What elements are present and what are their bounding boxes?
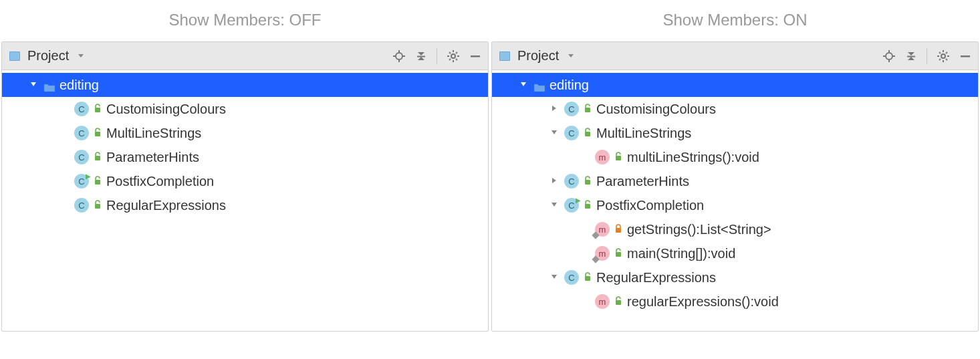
chevron-right-icon[interactable] bbox=[548, 104, 560, 114]
tree-node-label: CustomisingColours bbox=[596, 102, 716, 117]
hide-icon[interactable] bbox=[469, 50, 481, 62]
method-icon: m bbox=[595, 150, 610, 164]
tree-node-label: RegularExpressions bbox=[106, 198, 226, 213]
settings-icon[interactable] bbox=[447, 49, 460, 63]
class-icon: C bbox=[74, 198, 89, 213]
svg-line-45 bbox=[939, 59, 941, 60]
svg-point-30 bbox=[886, 53, 892, 59]
svg-rect-58 bbox=[616, 228, 621, 233]
svg-marker-10 bbox=[418, 57, 424, 60]
project-tree[interactable]: editingCCustomisingColoursCMultiLineStri… bbox=[2, 70, 488, 331]
class-icon: C▶ bbox=[74, 174, 89, 189]
class-icon: C bbox=[74, 150, 89, 164]
tool-window-header: Project bbox=[492, 42, 978, 70]
lock-public-icon bbox=[583, 198, 592, 213]
tree-row-class[interactable]: CRegularExpressions bbox=[2, 193, 488, 217]
lock-public-icon bbox=[93, 198, 102, 213]
tree-row-class[interactable]: C▶PostfixCompletion bbox=[2, 169, 488, 193]
tool-window-title: Project bbox=[27, 48, 69, 64]
lock-private-icon bbox=[614, 222, 623, 237]
svg-marker-51 bbox=[552, 130, 557, 134]
locate-icon[interactable] bbox=[882, 49, 896, 63]
svg-line-17 bbox=[456, 59, 457, 60]
tool-window-title: Project bbox=[517, 48, 559, 64]
tree-node-label: ParameterHints bbox=[596, 174, 689, 189]
lock-public-icon bbox=[614, 150, 623, 165]
static-mark-icon bbox=[592, 255, 599, 263]
lock-public-icon bbox=[583, 270, 592, 285]
runnable-mark-icon: ▶ bbox=[86, 172, 91, 180]
class-icon: C bbox=[564, 270, 579, 285]
svg-marker-21 bbox=[31, 82, 36, 86]
svg-line-16 bbox=[449, 52, 451, 53]
tree-row-folder[interactable]: editing bbox=[2, 73, 488, 97]
panel-title-off: Show Members: OFF bbox=[1, 3, 489, 41]
svg-rect-55 bbox=[585, 180, 590, 185]
class-icon: C bbox=[564, 126, 579, 140]
tree-row-folder[interactable]: editing bbox=[492, 73, 978, 97]
svg-rect-26 bbox=[95, 204, 100, 209]
tree-row-class[interactable]: CParameterHints bbox=[492, 169, 978, 193]
tree-row-class[interactable]: C▶PostfixCompletion bbox=[492, 193, 978, 217]
static-mark-icon bbox=[592, 231, 599, 239]
chevron-down-icon[interactable] bbox=[517, 80, 529, 90]
svg-rect-28 bbox=[500, 52, 509, 60]
tree-node-label: ParameterHints bbox=[106, 150, 199, 165]
tree-node-label: MultiLineStrings bbox=[106, 126, 201, 141]
tree-row-method[interactable]: mmain(String[]):void bbox=[492, 241, 978, 265]
tree-row-class[interactable]: CMultiLineStrings bbox=[492, 121, 978, 145]
chevron-down-icon[interactable] bbox=[27, 80, 39, 90]
svg-marker-35 bbox=[908, 52, 914, 55]
tree-node-label: RegularExpressions bbox=[596, 270, 716, 285]
collapse-all-icon[interactable] bbox=[415, 50, 427, 62]
method-icon: m bbox=[595, 222, 610, 237]
tool-window-actions bbox=[882, 48, 971, 64]
chevron-down-icon[interactable] bbox=[548, 272, 560, 283]
tree-row-method[interactable]: mmultiLineStrings():void bbox=[492, 145, 978, 169]
tree-row-method[interactable]: mregularExpressions():void bbox=[492, 289, 978, 314]
lock-public-icon bbox=[93, 102, 102, 117]
lock-public-icon bbox=[93, 150, 102, 165]
tree-row-class[interactable]: CMultiLineStrings bbox=[2, 121, 488, 145]
chevron-down-icon[interactable] bbox=[548, 128, 560, 138]
panel-off: Show Members: OFF Project bbox=[1, 3, 489, 332]
tree-node-label: multiLineStrings():void bbox=[627, 150, 759, 165]
svg-line-19 bbox=[456, 52, 457, 53]
svg-point-38 bbox=[941, 54, 945, 58]
panel-title-on: Show Members: ON bbox=[491, 3, 979, 41]
settings-icon[interactable] bbox=[937, 49, 950, 63]
class-icon: C bbox=[564, 102, 579, 116]
svg-point-3 bbox=[396, 53, 402, 59]
tree-row-method[interactable]: mgetStrings():List<String> bbox=[492, 217, 978, 241]
project-icon bbox=[9, 50, 21, 62]
tree-node-label: editing bbox=[549, 78, 589, 93]
lock-public-icon bbox=[583, 102, 592, 117]
view-dropdown[interactable] bbox=[77, 51, 85, 62]
svg-rect-57 bbox=[585, 204, 590, 209]
svg-rect-62 bbox=[616, 300, 621, 305]
svg-rect-22 bbox=[95, 108, 100, 112]
method-icon: m bbox=[595, 246, 610, 261]
locate-icon[interactable] bbox=[392, 49, 406, 63]
svg-marker-56 bbox=[552, 203, 557, 207]
chevron-down-icon[interactable] bbox=[548, 200, 560, 211]
view-dropdown[interactable] bbox=[567, 51, 575, 62]
tree-row-class[interactable]: CCustomisingColours bbox=[492, 97, 978, 121]
lock-public-icon bbox=[93, 126, 102, 141]
project-tree[interactable]: editingCCustomisingColoursCMultiLineStri… bbox=[492, 70, 978, 331]
class-icon: C bbox=[74, 102, 89, 116]
hide-icon[interactable] bbox=[959, 50, 971, 62]
lock-public-icon bbox=[583, 174, 592, 189]
collapse-all-icon[interactable] bbox=[905, 50, 917, 62]
tree-row-class[interactable]: CParameterHints bbox=[2, 145, 488, 169]
svg-marker-8 bbox=[418, 52, 424, 55]
tree-row-class[interactable]: CCustomisingColours bbox=[2, 97, 488, 121]
svg-rect-50 bbox=[585, 108, 590, 112]
svg-marker-54 bbox=[552, 178, 556, 183]
tree-row-class[interactable]: CRegularExpressions bbox=[492, 265, 978, 289]
svg-rect-52 bbox=[585, 132, 590, 136]
chevron-right-icon[interactable] bbox=[548, 176, 560, 187]
svg-line-43 bbox=[939, 52, 941, 53]
svg-line-18 bbox=[449, 59, 451, 60]
lock-public-icon bbox=[583, 126, 592, 141]
